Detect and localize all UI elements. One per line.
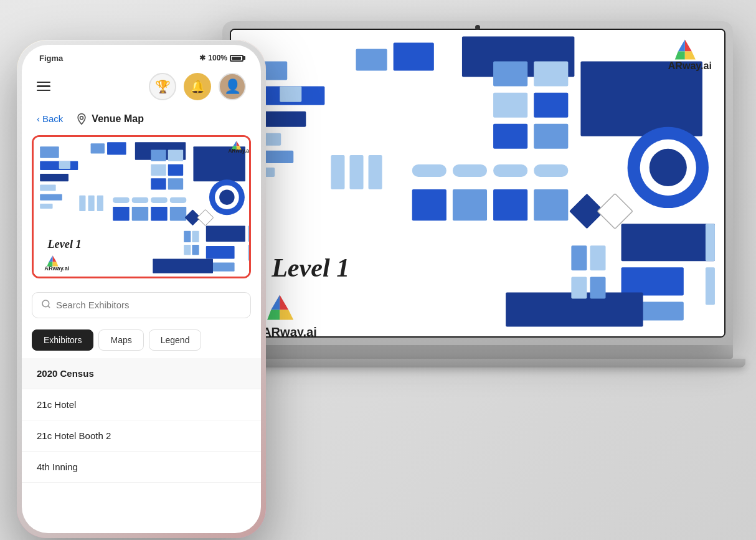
list-item[interactable]: 4th Inning [22,452,261,483]
svg-rect-92 [184,230,191,242]
laptop-screen: Level 1 [231,30,724,336]
list-item[interactable]: 21c Hotel [22,389,261,420]
svg-rect-90 [248,245,249,260]
svg-rect-97 [168,149,183,161]
svg-rect-91 [153,258,213,273]
mini-map: Level 1 ARway.ai [32,135,251,278]
search-area [22,283,261,324]
svg-rect-96 [151,149,166,161]
svg-rect-65 [59,161,70,168]
svg-rect-17 [493,164,527,176]
svg-rect-100 [151,178,166,189]
search-icon [41,299,51,311]
svg-rect-99 [168,164,183,175]
list-item[interactable]: 2020 Census [22,358,261,389]
svg-rect-22 [534,189,568,220]
trophy-button[interactable]: 🏆 [149,73,176,100]
svg-rect-3 [394,42,434,70]
svg-rect-43 [534,123,568,148]
avatar-button[interactable]: 👤 [219,73,246,100]
venue-header: ‹ Back Venue Map [22,108,261,130]
phone: Figma ✱ 100% � [17,40,266,538]
svg-rect-16 [453,164,487,176]
svg-rect-68 [97,195,103,211]
svg-rect-61 [40,174,69,181]
svg-rect-20 [453,189,487,220]
svg-point-57 [80,116,83,119]
hamburger-button[interactable] [37,82,50,92]
svg-text:ARway.ai: ARway.ai [44,265,69,271]
phone-outer: Figma ✱ 100% � [17,40,266,538]
phone-inner: Figma ✱ 100% � [22,45,261,533]
svg-rect-77 [113,207,129,220]
battery-percent: 100% [208,54,227,62]
svg-rect-62 [40,184,55,191]
svg-rect-59 [40,146,59,158]
bell-button[interactable]: 🔔 [184,73,211,100]
svg-rect-95 [192,245,199,255]
svg-rect-94 [192,230,199,242]
mini-map-inner: Level 1 ARway.ai [34,137,249,277]
svg-rect-31 [706,224,715,261]
laptop-bottom [210,359,745,367]
chevron-left-icon: ‹ [37,113,40,124]
svg-rect-63 [40,194,62,200]
svg-rect-64 [40,203,52,208]
back-button[interactable]: ‹ Back [37,113,63,124]
status-bar: Figma ✱ 100% [22,45,261,68]
svg-point-85 [219,189,234,204]
svg-rect-66 [79,195,85,211]
status-app-name: Figma [39,54,63,63]
svg-rect-38 [493,61,527,86]
tab-legend[interactable]: Legend [149,329,202,351]
svg-rect-21 [493,189,527,220]
list-item[interactable]: 21c Hotel Booth 2 [22,420,261,452]
svg-rect-41 [534,92,568,117]
svg-rect-76 [170,197,186,202]
svg-rect-78 [132,207,148,220]
exhibitor-list: 2020 Census 21c Hotel 21c Hotel Booth 2 … [22,356,261,485]
svg-rect-13 [369,154,382,189]
svg-rect-60 [40,161,78,169]
laptop-bezel: Level 1 [230,29,725,338]
svg-rect-28 [621,224,715,261]
svg-rect-2 [356,49,387,70]
svg-text:ARway.ai: ARway.ai [262,324,317,336]
tab-exhibitors[interactable]: Exhibitors [32,329,93,351]
svg-rect-74 [132,197,148,202]
svg-rect-79 [151,207,167,220]
svg-rect-15 [412,164,447,176]
tab-maps[interactable]: Maps [98,329,143,351]
svg-rect-86 [206,225,245,241]
svg-rect-39 [534,61,568,86]
search-input-wrapper[interactable] [32,292,251,318]
svg-rect-67 [88,195,95,211]
svg-rect-29 [621,267,684,295]
laptop-camera [475,25,480,30]
svg-rect-14 [580,61,702,136]
laptop-base [222,345,733,359]
svg-rect-71 [107,142,126,154]
phone-nav: 🏆 🔔 👤 [22,68,261,108]
svg-rect-10 [280,86,301,102]
svg-rect-40 [493,92,527,117]
svg-rect-75 [151,197,167,202]
battery-icon [230,55,243,62]
laptop-body: Level 1 [222,21,733,345]
svg-rect-98 [151,164,166,175]
svg-rect-18 [534,164,568,176]
svg-rect-80 [170,207,186,220]
svg-rect-34 [571,245,587,270]
back-label: Back [42,113,63,124]
svg-rect-37 [590,277,605,298]
tab-row: Exhibitors Maps Legend [22,324,261,356]
svg-point-115 [42,300,49,307]
svg-point-27 [650,148,687,186]
search-exhibitors-input[interactable] [56,300,242,310]
svg-rect-19 [412,189,447,220]
map-pin-icon [75,113,88,125]
status-right: ✱ 100% [199,54,243,62]
svg-rect-70 [91,143,105,153]
svg-rect-101 [168,178,183,189]
nav-icons: 🏆 🔔 👤 [149,73,246,100]
